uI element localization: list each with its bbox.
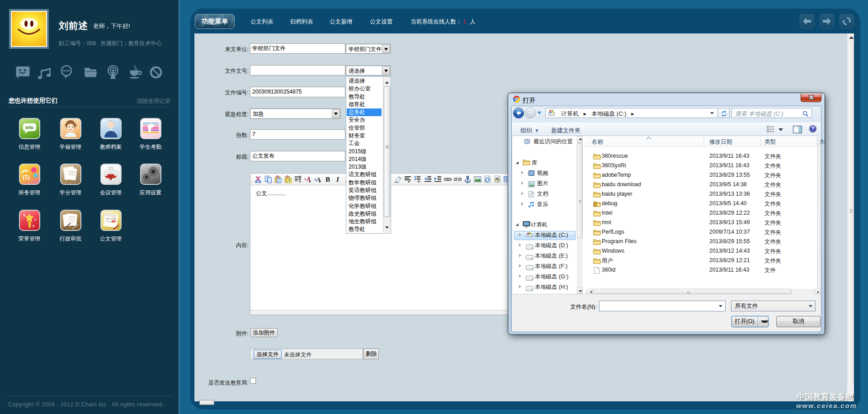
svg-text:a: a <box>304 176 306 181</box>
svg-text:I: I <box>336 176 340 183</box>
svg-text:B: B <box>326 176 330 183</box>
svg-text:info: info <box>25 125 33 130</box>
svg-text:T: T <box>288 179 291 183</box>
svg-text:(1): (1) <box>23 174 30 180</box>
